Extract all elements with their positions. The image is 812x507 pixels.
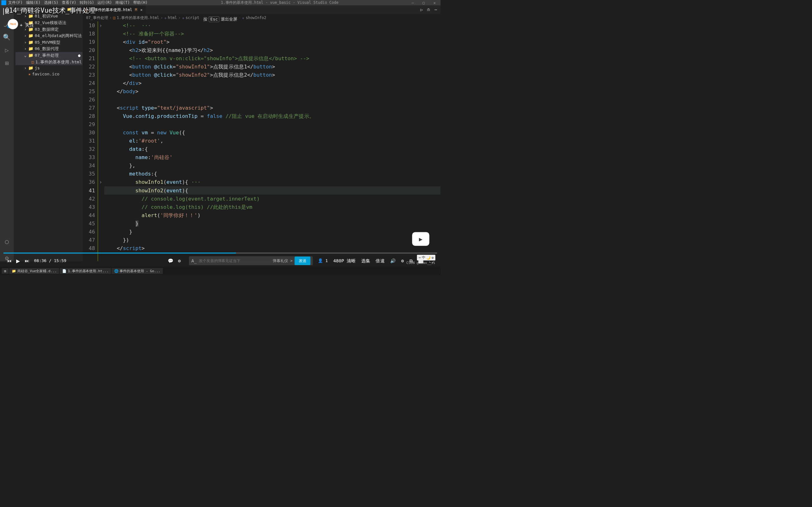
tab-label: 1.事件的基本使用.html [90,7,132,12]
danmu-input-wrap: A̲ 弹幕礼仪 > 发送 [189,257,313,265]
esc-key-icon: Esc [209,16,219,22]
menu-bar: 文件(F) 编辑(E) 选择(S) 查看(V) 转到(G) 运行(R) 终端(T… [0,0,441,5]
ime-toolbar[interactable]: ⌨中🌙⚙ [417,255,435,261]
run-icon[interactable]: ▷ [420,7,423,12]
tree-item[interactable]: ›📁05_MVVM模型 [15,39,83,46]
explorer-sidebar: 资源管理器 🗎 📁 ↻ ⊟ ›📁01_初识Vue›📁02_Vue模板语法›📁03… [14,5,83,261]
menu-help[interactable]: 帮助(H) [133,0,148,5]
crumb[interactable]: 07_事件处理 [86,15,108,20]
next-button[interactable]: ⏭ [25,258,29,263]
crumb[interactable]: html [168,15,177,20]
tree-item[interactable]: ›📁06_数据代理 [15,46,83,52]
send-button[interactable]: 发送 [295,257,310,265]
hint-text: 按 [203,16,207,22]
tag-icon: ⬨ [182,15,184,20]
tree-item[interactable]: ⌄📁07_事件处理● [15,52,83,59]
html-file-icon: ◫ [113,15,115,20]
time-display: 08:36 / 15:59 [34,258,66,263]
extensions-icon[interactable]: ⊞ [3,60,10,66]
menu-selection[interactable]: 选择(S) [44,0,58,5]
prev-button[interactable]: ⏮ [7,258,11,263]
vscode-window: 文件(F) 编辑(E) 选择(S) 查看(V) 转到(G) 运行(R) 终端(T… [0,0,441,262]
tree-item[interactable]: ★favicon.ico [15,71,83,77]
esc-hint: 按 Esc 退出全屏 [200,15,240,23]
start-button[interactable]: ⊞ [2,268,9,274]
danmu-settings-icon[interactable]: ⚙ [178,258,181,263]
menu-view[interactable]: 查看(V) [62,0,76,5]
menu-edit[interactable]: 编辑(E) [26,0,40,5]
crumb[interactable]: showInfo2 [246,15,266,20]
tree-item[interactable]: ›📁04_el与data的两种写法 [15,33,83,39]
viewer-count: 👤 1 [318,258,328,263]
split-icon[interactable]: ⫙ [426,7,431,12]
danmu-input[interactable] [199,259,271,263]
activity-bar: 🗎 ⎇1 🔍 ▷ ⊞ ◯ ⚙ [0,5,14,261]
progress-bar[interactable] [3,252,437,253]
task-item[interactable]: 📁 尚硅谷_Vue全家桶.d... [9,268,59,274]
tab-modified: M [135,8,137,12]
more-icon[interactable]: ⋯ [435,7,437,12]
play-button[interactable]: ▶ [16,257,20,264]
task-item[interactable]: 🌐 事件的基本使用 - Go... [112,268,163,274]
volume-icon[interactable]: 🔊 [390,258,396,263]
episodes-button[interactable]: 选集 [361,258,370,264]
bilibili-logo-icon[interactable] [412,232,429,245]
close-icon[interactable]: ✕ [433,1,436,5]
menu-terminal[interactable]: 终端(T) [115,0,130,5]
uploader-avatar[interactable]: 尚硅谷 [8,19,18,30]
player-controls: ⏮ ▶ ⏭ 08:36 / 15:59 💬 ⚙ A̲ 弹幕礼仪 > 发送 👤 1… [0,255,441,267]
danmu-toggle-icon[interactable]: 💬 [168,258,173,263]
minimize-icon[interactable]: — [412,1,414,5]
search-icon[interactable]: 🔍 [3,34,10,41]
menu-go[interactable]: 转到(G) [80,0,94,5]
speed-button[interactable]: 倍速 [375,258,385,264]
window-title: 1.事件的基本使用.html - vue_basic - Visual Stud… [151,0,408,5]
account-icon[interactable]: ◯ [3,238,10,245]
hint-text: 退出全屏 [221,16,237,22]
task-item[interactable]: 📄 1.事件的基本使用.ht... [60,268,111,274]
crumb[interactable]: script [186,15,199,20]
windows-taskbar: ⊞ 📁 尚硅谷_Vue全家桶.d... 📄 1.事件的基本使用.ht... 🌐 … [0,267,441,275]
menu-file[interactable]: 文件(F) [8,0,22,5]
crumb[interactable]: 1.事件的基本使用.html [117,15,159,20]
tree-item[interactable]: ›📁js [15,65,83,71]
breadcrumb[interactable]: 07_事件处理› ◫1.事件的基本使用.html› ⬨html› ⬨script… [83,14,440,21]
video-title: 014_尚硅谷Vue技术_事件处理 [5,6,96,15]
maximize-icon[interactable]: ▢ [422,1,425,5]
code-editor[interactable]: 1018192021222324252627282930313233343536… [83,21,440,261]
editor-tabs: ◫ 1.事件的基本使用.html M ✕ ▷ ⫙ ⋯ [83,5,440,14]
follow-button[interactable]: + 关注 [20,22,34,28]
tree-item[interactable]: ◫1.事件的基本使用.htmlM [15,59,83,65]
editor-area: ◫ 1.事件的基本使用.html M ✕ ▷ ⫙ ⋯ 07_事件处理› ◫1.事… [83,5,440,261]
menu-run[interactable]: 运行(R) [97,0,112,5]
tab-close-icon[interactable]: ✕ [140,8,142,12]
settings-icon[interactable]: ⚙ [401,258,404,263]
danmu-etiquette[interactable]: 弹幕礼仪 > [273,258,293,263]
method-icon: ⬨ [242,15,244,20]
watermark: CSDN @diao__si [406,261,435,265]
tag-icon: ⬨ [164,15,166,20]
progress-fill [3,252,236,253]
debug-icon[interactable]: ▷ [3,47,10,54]
vscode-logo-icon [1,0,6,5]
font-icon[interactable]: A̲ [191,258,197,263]
quality-button[interactable]: 480P 清晰 [334,258,356,264]
